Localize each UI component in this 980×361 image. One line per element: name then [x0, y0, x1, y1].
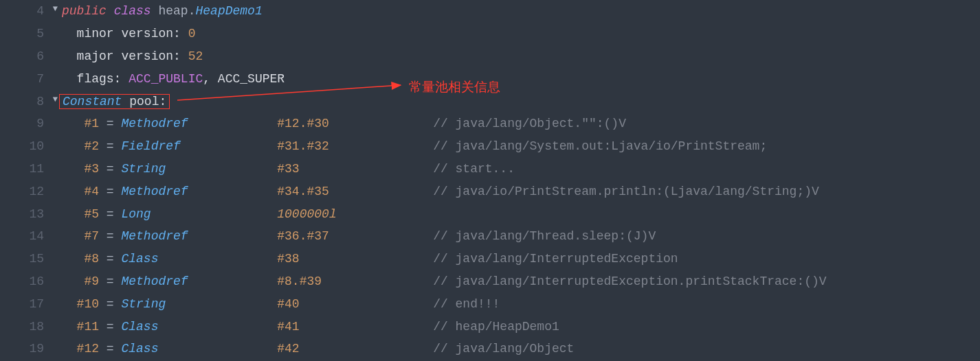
line-content: #11 = Class #41 // heap/HeapDemo1	[49, 320, 559, 334]
line-content: major version: 52	[49, 49, 203, 63]
code-editor[interactable]: 4▼ public class heap.HeapDemo1 5 minor v…	[0, 0, 980, 360]
line-number: 9	[0, 117, 49, 130]
line-content: flags: ACC_PUBLIC, ACC_SUPER	[49, 72, 285, 86]
line-number: 4▼	[0, 4, 49, 18]
line-number: 5	[0, 27, 49, 40]
line-number: 10	[0, 139, 49, 153]
code-line: 17 #10 = String #40 // end!!!	[0, 292, 980, 315]
line-content: #9 = Methodref #8.#39 // java/lang/Inter…	[49, 275, 827, 288]
code-line: 6 major version: 52	[0, 45, 980, 68]
line-content: #4 = Methodref #34.#35 // java/io/PrintS…	[49, 185, 819, 198]
line-number: 14	[0, 229, 49, 243]
code-line: 16 #9 = Methodref #8.#39 // java/lang/In…	[0, 270, 980, 293]
code-line: 10 #2 = Fieldref #31.#32 // java/lang/Sy…	[0, 135, 980, 158]
line-number: 18	[0, 320, 49, 334]
line-content: #3 = String #33 // start...	[49, 162, 515, 176]
line-content: #12 = Class #42 // java/lang/Object	[49, 342, 574, 356]
line-content: #1 = Methodref #12.#30 // java/lang/Obje…	[49, 117, 626, 130]
line-content: public class heap.HeapDemo1	[49, 4, 263, 18]
line-content: Constant pool:	[49, 95, 170, 108]
line-number: 8▼	[0, 95, 49, 108]
fold-marker-icon[interactable]: ▼	[53, 95, 58, 104]
line-number: 11	[0, 162, 49, 176]
line-content: #10 = String #40 // end!!!	[49, 297, 500, 311]
code-line: 4▼ public class heap.HeapDemo1	[0, 0, 980, 23]
line-number: 6	[0, 49, 49, 63]
highlighted-span: Constant pool:	[59, 94, 170, 109]
line-content: #7 = Methodref #36.#37 // java/lang/Thre…	[49, 229, 656, 243]
line-number: 19	[0, 342, 49, 356]
line-content: #5 = Long 1000000l	[49, 207, 425, 221]
line-number: 17	[0, 297, 49, 311]
code-line: 18 #11 = Class #41 // heap/HeapDemo1	[0, 315, 980, 338]
annotation-text: 常量池相关信息	[409, 78, 500, 96]
code-line: 5 minor version: 0	[0, 23, 980, 45]
code-line: 19 #12 = Class #42 // java/lang/Object	[0, 338, 980, 360]
line-content: #8 = Class #38 // java/lang/InterruptedE…	[49, 252, 678, 266]
line-number: 16	[0, 275, 49, 288]
line-number: 13	[0, 207, 49, 221]
line-content: minor version: 0	[49, 27, 195, 40]
code-line: 9 #1 = Methodref #12.#30 // java/lang/Ob…	[0, 113, 980, 135]
line-number: 12	[0, 185, 49, 198]
code-line: 12 #4 = Methodref #34.#35 // java/io/Pri…	[0, 180, 980, 202]
code-line: 13 #5 = Long 1000000l	[0, 202, 980, 225]
line-content: #2 = Fieldref #31.#32 // java/lang/Syste…	[49, 139, 767, 153]
line-number: 7	[0, 72, 49, 86]
code-line: 11 #3 = String #33 // start...	[0, 158, 980, 180]
code-line: 14 #7 = Methodref #36.#37 // java/lang/T…	[0, 225, 980, 248]
code-line: 15 #8 = Class #38 // java/lang/Interrupt…	[0, 248, 980, 270]
fold-marker-icon[interactable]: ▼	[53, 4, 58, 14]
line-number: 15	[0, 252, 49, 266]
